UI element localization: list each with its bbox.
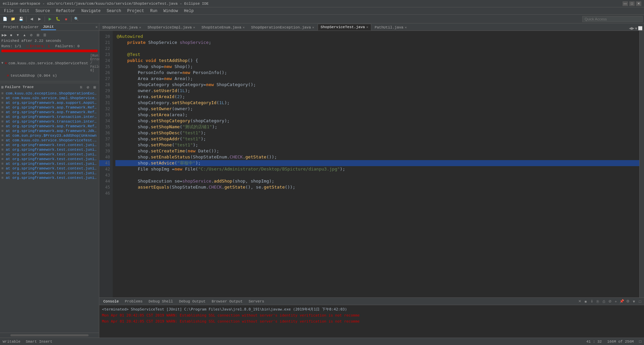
menu-navigate[interactable]: Navigate xyxy=(78,8,103,14)
tab-shopservice-close[interactable]: ✕ xyxy=(139,25,141,29)
tab-shopserviceimpl-close[interactable]: ✕ xyxy=(193,25,195,29)
tab-shopservicetest[interactable]: ShopServiceTest.java ✕ xyxy=(318,24,371,30)
problems-tab[interactable]: Problems xyxy=(122,299,145,304)
junit-stop-button[interactable]: ■ xyxy=(8,32,14,38)
back-button[interactable]: ◀ xyxy=(28,16,35,22)
console-filter[interactable]: ⊘ xyxy=(607,299,612,304)
console-new[interactable]: + xyxy=(613,299,619,304)
trace-item-15[interactable]: at org.springframework.test.context.juni… xyxy=(1,161,98,166)
browser-output-tab[interactable]: Browser Output xyxy=(209,299,245,304)
minimize-button[interactable]: — xyxy=(623,1,628,6)
quick-access-input[interactable] xyxy=(582,16,643,22)
trace-item-11[interactable]: at org.springframework.test.context.juni… xyxy=(1,143,98,147)
trace-item-16[interactable]: at org.springframework.test.context.juni… xyxy=(1,166,98,171)
menu-refactor[interactable]: Refactor xyxy=(53,8,78,14)
tab-dropdown[interactable]: ▼ xyxy=(634,26,638,30)
menu-window[interactable]: Window xyxy=(161,8,180,14)
tab-shopstateenum-close[interactable]: ✕ xyxy=(243,25,245,29)
trace-item-5[interactable]: at org.springframework.transaction.inter… xyxy=(1,115,98,119)
console-maximize[interactable]: □ xyxy=(637,299,643,304)
console-tab[interactable]: Console xyxy=(101,299,121,304)
console-pin[interactable]: 📌 xyxy=(619,299,625,304)
console-toolbar-right: ✕ ■ ⇓ ⎘ ⎙ ⊘ + 📌 ⚙ ▼ □ xyxy=(577,299,643,304)
panel-close-button[interactable]: ✕ xyxy=(95,25,98,29)
tab-shopserviceimpl-label: ShopServiceImpl.java xyxy=(148,25,192,29)
debug-button[interactable]: 🐛 xyxy=(54,16,62,22)
junit-next-button[interactable]: ▼ xyxy=(15,32,21,38)
menu-search[interactable]: Search xyxy=(104,8,124,14)
test-case-item[interactable]: ✕ testAddShop (0.964 s) xyxy=(1,73,98,78)
trace-copy-button[interactable]: ⎘ xyxy=(78,84,84,90)
test-suite-item[interactable]: ▼ ✕ com.kuuu.o2o.service.ShopServiceTest… xyxy=(1,54,98,73)
debug-output-tab[interactable]: Debug Output xyxy=(176,299,208,304)
trace-item-14[interactable]: at org.springframework.test.context.juni… xyxy=(1,157,98,161)
maximize-button[interactable]: □ xyxy=(629,1,635,6)
open-button[interactable]: 📁 xyxy=(9,16,17,22)
trace-item-18[interactable]: at org.springframework.test.context.juni… xyxy=(1,176,98,180)
tab-pathutil[interactable]: PathUtil.java ✕ xyxy=(372,24,410,30)
console-settings[interactable]: ⚙ xyxy=(625,299,631,304)
new-button[interactable]: 📄 xyxy=(1,16,9,22)
tab-pathutil-close[interactable]: ✕ xyxy=(405,25,407,29)
junit-rerun-button[interactable]: ▶▶ xyxy=(1,32,7,38)
trace-item-3[interactable]: at org.springframework.aop.framework.Ref… xyxy=(1,105,98,110)
junit-tab[interactable]: JUnit xyxy=(41,24,56,30)
menu-run[interactable]: Run xyxy=(148,8,160,14)
status-writable[interactable]: Writable xyxy=(3,340,20,344)
junit-filter-button[interactable]: ⊘ xyxy=(28,32,34,38)
right-scrollbar[interactable] xyxy=(639,31,644,297)
trace-item-12[interactable]: at org.springframework.test.context.juni… xyxy=(1,147,98,152)
tab-scroll-left[interactable]: ◀ xyxy=(629,26,632,30)
console-stop[interactable]: ■ xyxy=(583,299,588,304)
trace-item-10[interactable]: at com.kuuu.o2o.service.ShopServiceTest.… xyxy=(1,138,98,143)
junit-history-button[interactable]: ⊞ xyxy=(35,32,41,38)
trace-item-2[interactable]: at org.springframework.aop.support.AopUt… xyxy=(1,100,98,105)
tab-shopservice[interactable]: ShopService.java ✕ xyxy=(99,24,144,30)
menu-project[interactable]: Project xyxy=(124,8,147,14)
trace-item-9[interactable]: at com.sun.proxy.$Proxy23.addShop(Unknow… xyxy=(1,133,98,138)
stop-button[interactable]: ■ xyxy=(62,16,70,22)
console-scroll-lock[interactable]: ⇓ xyxy=(589,299,594,304)
code-content[interactable]: @Autowired private ShopService shopServi… xyxy=(113,31,639,297)
tab-shopoperationexception[interactable]: ShopOperationException.java ✕ xyxy=(248,24,317,30)
project-explorer-tab[interactable]: Project Explorer xyxy=(1,24,41,30)
junit-prev-button[interactable]: ▲ xyxy=(21,32,28,38)
search-button[interactable]: 🔍 xyxy=(73,16,80,22)
console-paste[interactable]: ⎙ xyxy=(601,299,606,304)
console-clear[interactable]: ✕ xyxy=(577,299,582,304)
status-position[interactable]: 41 : 32 xyxy=(586,340,602,344)
forward-button[interactable]: ▶ xyxy=(36,16,43,22)
tab-shopserviceimpl[interactable]: ShopServiceImpl.java ✕ xyxy=(145,24,198,30)
run-button[interactable]: ▶ xyxy=(46,16,54,22)
close-button[interactable]: ✕ xyxy=(636,1,641,6)
menu-source[interactable]: Source xyxy=(33,8,53,14)
tab-scroll-right[interactable]: ▶ xyxy=(632,26,634,30)
maximize-editor[interactable]: ⬜ xyxy=(638,26,643,30)
tab-shopservicetest-close[interactable]: ✕ xyxy=(366,25,368,29)
debug-shell-tab[interactable]: Debug Shell xyxy=(146,299,176,304)
trace-item-6[interactable]: at org.springframework.transaction.inter… xyxy=(1,119,98,124)
trace-item-4[interactable]: at org.springframework.aop.framework.Ref… xyxy=(1,110,98,115)
console-copy[interactable]: ⎘ xyxy=(595,299,600,304)
menu-help[interactable]: Help xyxy=(181,8,197,14)
trace-item-7[interactable]: at org.springframework.aop.framework.Ref… xyxy=(1,124,98,129)
trace-filter-button[interactable]: ⊘ xyxy=(85,84,91,90)
trace-expand-button[interactable]: ⊞ xyxy=(92,84,98,90)
panel-scroll-bar[interactable] xyxy=(0,333,99,338)
menu-file[interactable]: File xyxy=(1,8,16,14)
trace-item-13[interactable]: at org.springframework.test.context.juni… xyxy=(1,152,98,157)
status-memory-icon[interactable]: □ xyxy=(639,340,641,344)
junit-view-button[interactable]: ☰ xyxy=(42,32,48,38)
trace-item-17[interactable]: at org.springframework.test.context.juni… xyxy=(1,171,98,176)
trace-item-8[interactable]: at org.springframework.aop.framework.Jdk… xyxy=(1,129,98,133)
status-memory[interactable]: 166M of 256M xyxy=(607,340,634,344)
tab-shopoperationexception-close[interactable]: ✕ xyxy=(312,25,314,29)
trace-item-1[interactable]: at com.kuuu.o2o.service.impl.ShopService… xyxy=(1,96,98,100)
save-button[interactable]: 💾 xyxy=(17,16,25,22)
menu-edit[interactable]: Edit xyxy=(17,8,32,14)
status-insert-mode[interactable]: Smart Insert xyxy=(26,340,52,344)
servers-tab[interactable]: Servers xyxy=(246,299,267,304)
console-minimize[interactable]: ▼ xyxy=(631,299,637,304)
tab-shopstateenum[interactable]: ShopStateEnum.java ✕ xyxy=(199,24,248,30)
trace-item-0[interactable]: com.kuuu.o2o.exceptions.ShopOperationExc… xyxy=(1,91,98,96)
